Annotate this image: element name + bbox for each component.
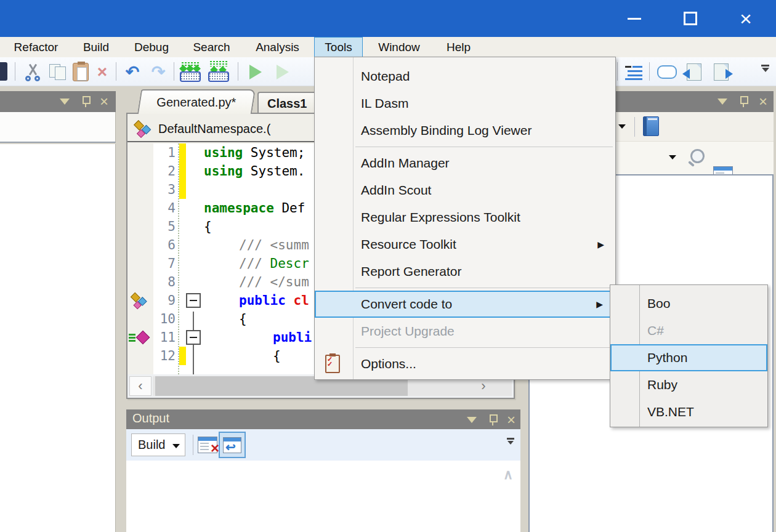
toolbar-overflow-icon[interactable] xyxy=(761,65,769,72)
code-text: { xyxy=(273,347,281,365)
menu-item-notepad[interactable]: Notepad xyxy=(315,63,615,90)
close-button[interactable]: × xyxy=(730,8,761,29)
line-number: 4 xyxy=(152,199,176,217)
menubar-item-analysis[interactable]: Analysis xyxy=(249,37,306,57)
menu-item-convert-code-to[interactable]: Convert code to▶ xyxy=(315,291,615,318)
word-wrap-icon: ↩ xyxy=(223,437,241,453)
menubar-item-tools[interactable]: Tools xyxy=(314,37,363,57)
menubar-item-search[interactable]: Search xyxy=(188,37,235,57)
menu-item-il-dasm[interactable]: IL Dasm xyxy=(315,90,615,117)
navigate-back-button[interactable] xyxy=(682,60,706,84)
paste-button[interactable] xyxy=(69,60,92,84)
minimize-button[interactable] xyxy=(619,8,650,29)
copy-button[interactable] xyxy=(47,60,70,84)
generate-code-alt-icon xyxy=(207,62,230,83)
scroll-up-icon[interactable]: ∧ xyxy=(503,467,513,483)
window-position-icon[interactable] xyxy=(464,409,480,430)
search-icon[interactable] xyxy=(687,149,703,166)
close-icon[interactable]: × xyxy=(96,91,112,112)
menubar-item-help[interactable]: Help xyxy=(442,37,475,57)
undo-button[interactable]: ↶ xyxy=(121,60,144,84)
toolbar-overflow-icon[interactable] xyxy=(507,438,514,445)
menu-item-assembly-binding-log-viewer[interactable]: Assembly Binding Log Viewer xyxy=(315,117,615,144)
close-icon[interactable]: × xyxy=(755,91,771,112)
menubar-item-window[interactable]: Window xyxy=(372,37,426,57)
fold-collapse-box[interactable] xyxy=(186,330,201,345)
generate-code-button[interactable] xyxy=(179,60,202,84)
navigate-forward-button[interactable] xyxy=(709,60,733,84)
new-window-button[interactable] xyxy=(655,60,679,84)
menu-item-label: Regular Expressions Toolkit xyxy=(361,210,520,225)
titlebar: × xyxy=(0,0,776,37)
line-number: 3 xyxy=(152,180,176,199)
menu-item-label: VB.NET xyxy=(647,405,694,419)
minimize-icon xyxy=(628,18,641,20)
scroll-left-arrow[interactable]: ‹ xyxy=(129,376,152,396)
menu-item-label: Options... xyxy=(361,357,416,371)
submenu-item-vb-net[interactable]: VB.NET xyxy=(610,398,767,425)
dropdown-arrow-icon xyxy=(172,444,180,448)
menubar-item-debug[interactable]: Debug xyxy=(129,37,174,57)
generate-code-icon xyxy=(179,62,202,83)
auto-hide-pin-icon[interactable] xyxy=(485,409,501,430)
submenu-item-python[interactable]: Python xyxy=(610,344,767,371)
generate-code-alt-button[interactable] xyxy=(207,60,230,84)
toolbar-separator xyxy=(649,62,650,81)
menu-item-regular-expressions-toolkit[interactable]: Regular Expressions Toolkit xyxy=(315,204,615,231)
fold-collapse-box[interactable] xyxy=(186,293,201,308)
save-icon[interactable] xyxy=(0,62,7,81)
code-text: using System; xyxy=(204,143,305,162)
code-text: { xyxy=(204,217,212,236)
close-icon[interactable]: × xyxy=(503,409,519,430)
dropdown-arrow-icon[interactable] xyxy=(618,124,626,129)
cut-button[interactable] xyxy=(21,60,44,84)
submenu-item-boo[interactable]: Boo xyxy=(610,290,767,317)
menu-item-label: Project Upgrade xyxy=(361,324,455,339)
code-text: /// <summ xyxy=(239,236,309,254)
line-number: 6 xyxy=(152,236,176,254)
menu-item-addin-manager[interactable]: AddIn Manager xyxy=(315,150,615,177)
run-icon xyxy=(249,65,262,79)
auto-hide-pin-icon[interactable] xyxy=(735,91,751,112)
toolbar-separator xyxy=(634,117,635,137)
window-position-icon[interactable] xyxy=(57,91,73,112)
menu-item-report-generator[interactable]: Report Generator xyxy=(315,258,615,285)
window-position-icon[interactable] xyxy=(714,91,730,112)
menu-item-options[interactable]: ✓✓Options... xyxy=(315,350,615,377)
tab-generated-py[interactable]: Generated.py* xyxy=(137,89,256,114)
toolbar-separator xyxy=(174,62,174,81)
left-panel-content[interactable] xyxy=(0,144,116,532)
toolbar-separator xyxy=(238,62,238,81)
submenu-item-ruby[interactable]: Ruby xyxy=(610,371,767,398)
redo-button[interactable]: ↷ xyxy=(147,60,170,84)
build-category-selector[interactable]: Build xyxy=(131,433,185,456)
run-without-debugger-button[interactable] xyxy=(271,60,294,84)
close-icon: × xyxy=(740,8,752,29)
undo-icon: ↶ xyxy=(126,62,140,82)
toolbar-separator xyxy=(193,435,193,455)
submenu-item-c[interactable]: C# xyxy=(610,317,767,344)
menu-item-resource-toolkit[interactable]: Resource Toolkit▶ xyxy=(315,231,615,258)
changed-line-marker xyxy=(179,180,186,199)
menu-item-addin-scout[interactable]: AddIn Scout xyxy=(315,177,615,204)
left-panel-header: × xyxy=(0,91,116,112)
line-number: 11 xyxy=(152,328,176,347)
clear-output-button[interactable]: × xyxy=(198,437,217,453)
menu-item-project-upgrade[interactable]: Project Upgrade xyxy=(315,318,615,345)
build-selector-value: Build xyxy=(138,438,165,452)
auto-hide-pin-icon[interactable] xyxy=(78,91,94,112)
menu-separator xyxy=(315,144,615,150)
output-content[interactable]: ∧ xyxy=(126,461,520,532)
dropdown-arrow-icon[interactable] xyxy=(669,155,676,159)
run-button[interactable] xyxy=(244,60,267,84)
line-number: 8 xyxy=(152,273,176,291)
indent-button[interactable] xyxy=(622,60,645,84)
code-text: /// </sum xyxy=(239,273,309,291)
maximize-icon xyxy=(684,12,697,25)
menubar-item-refactor[interactable]: Refactor xyxy=(7,37,65,57)
delete-button[interactable]: × xyxy=(91,60,114,84)
menubar-item-build[interactable]: Build xyxy=(78,37,114,57)
book-icon[interactable] xyxy=(643,116,659,136)
word-wrap-toggle[interactable]: ↩ xyxy=(219,432,246,458)
maximize-button[interactable] xyxy=(675,8,706,29)
